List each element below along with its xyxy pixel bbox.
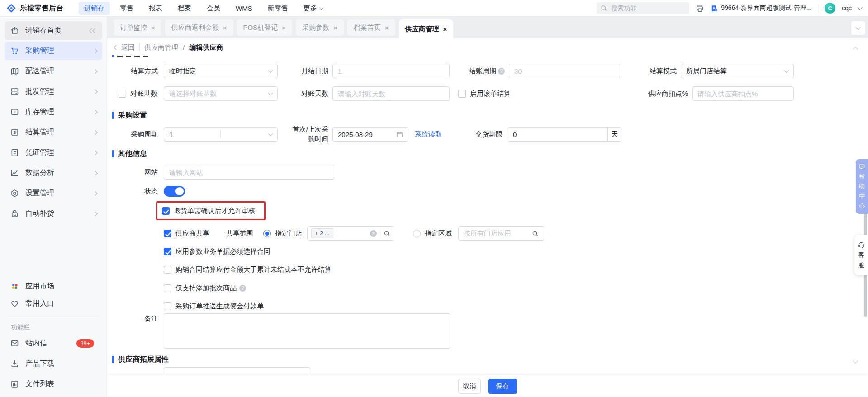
system-read-link[interactable]: 系统读取 xyxy=(415,127,442,142)
settlement-mode-select[interactable]: 所属门店结算 xyxy=(681,64,794,78)
printer-icon[interactable] xyxy=(696,4,704,13)
sidebar-item-downloads[interactable]: 产品下载 xyxy=(5,354,102,373)
monthly-date-input[interactable] xyxy=(332,64,450,78)
close-icon[interactable]: × xyxy=(223,24,227,31)
chevron-down-icon xyxy=(855,25,860,30)
close-icon[interactable]: × xyxy=(443,26,447,33)
nav-item-retail[interactable]: 零售 xyxy=(114,2,139,15)
nav-item-wms[interactable]: WMS xyxy=(230,2,258,14)
search-icon[interactable] xyxy=(384,230,390,237)
supplier-share-checkbox[interactable]: 供应商共享 xyxy=(164,226,209,241)
store-select[interactable]: + 2 ... xyxy=(307,226,394,241)
supplier-deduction-label: 供应商扣点% xyxy=(631,86,688,101)
supplier-deduction-input[interactable] xyxy=(692,86,794,101)
website-label: 网站 xyxy=(113,165,158,180)
batch-only-checkbox[interactable]: 仅支持添加批次商品 xyxy=(164,281,246,295)
website-input[interactable] xyxy=(164,165,334,180)
nav-item-new-retail[interactable]: 新零售 xyxy=(262,2,294,15)
info-icon[interactable] xyxy=(498,68,505,75)
delivery-days-label: 交货期限 xyxy=(458,127,503,142)
nav-item-inventory[interactable]: 进销存 xyxy=(79,2,110,15)
nav-item-reports[interactable]: 报表 xyxy=(143,2,168,15)
close-icon[interactable]: × xyxy=(385,24,389,31)
top-nav: 进销存 零售 报表 档案 会员 WMS 新零售 更多 xyxy=(79,2,328,15)
payment-push-checkbox[interactable]: 采购订单推送生成资金付款单 xyxy=(164,299,264,313)
input-placeholder: 按所有门店应用 xyxy=(464,229,511,238)
customer-service-tab[interactable]: 客 服 xyxy=(854,235,868,275)
sidebar-item-wholesale[interactable]: 批发管理 xyxy=(5,82,102,101)
close-icon[interactable]: × xyxy=(282,24,286,31)
billing-cycle-input[interactable] xyxy=(509,64,620,78)
breadcrumb-parent[interactable]: 供应商管理 xyxy=(144,43,178,52)
app-window: 乐檬零售后台 进销存 零售 报表 档案 会员 WMS 新零售 更多 99664-… xyxy=(0,0,868,397)
status-toggle[interactable] xyxy=(164,186,185,197)
sidebar-item-home[interactable]: 进销存首页 xyxy=(5,21,102,40)
contract-required-checkbox[interactable]: 应用参数业务单据必须选择合同 xyxy=(164,244,270,259)
sidebar-section-label: 功能栏 xyxy=(0,321,107,333)
sidebar-item-messages[interactable]: 站内信 99+ xyxy=(5,334,102,353)
sidebar-item-distribution[interactable]: 配送管理 xyxy=(5,62,102,80)
tab-purchase-params[interactable]: 采购参数× xyxy=(296,19,344,36)
tab-overflow-button[interactable] xyxy=(851,21,865,35)
region-input[interactable]: 按所有门店应用 xyxy=(458,226,544,241)
checkbox-label: 启用滚单结算 xyxy=(470,90,511,98)
user-menu-chevron-icon[interactable] xyxy=(857,5,862,10)
calendar-icon[interactable] xyxy=(396,131,403,138)
help-center-tab[interactable]: 帮 助 中 心 xyxy=(856,159,868,214)
save-button[interactable]: 保存 xyxy=(488,379,517,394)
selected-stores-tag[interactable]: + 2 ... xyxy=(311,228,333,238)
recon-base-checkbox[interactable]: 对账基数 xyxy=(119,86,157,101)
cancel-button[interactable]: 取消 xyxy=(458,379,481,394)
sidebar-collapse-icon[interactable] xyxy=(90,29,97,33)
tab-supplier-management[interactable]: 供应商管理× xyxy=(399,19,454,38)
scroll-down-icon[interactable] xyxy=(854,356,857,364)
search-icon[interactable] xyxy=(532,230,539,237)
tab-order-monitor[interactable]: 订单监控× xyxy=(114,19,161,36)
label-line2: 购时间 xyxy=(281,134,328,143)
settlement-method-select[interactable]: 临时指定 xyxy=(164,64,278,78)
clear-icon[interactable] xyxy=(370,230,377,237)
search-input[interactable] xyxy=(610,4,680,12)
sidebar-item-app-market[interactable]: 应用市场 xyxy=(5,278,102,294)
recon-base-select[interactable]: 请选择对账基数 xyxy=(164,86,278,101)
section-title: 供应商拓展属性 xyxy=(118,355,169,364)
global-search[interactable] xyxy=(597,2,689,14)
purchase-cycle-select[interactable]: 1 xyxy=(164,127,278,142)
section-title: 其他信息 xyxy=(118,149,147,159)
org-switcher[interactable]: 99664-新界面商超版测试-管理... xyxy=(711,4,811,12)
tab-archive-home[interactable]: 档案首页× xyxy=(347,19,395,36)
checkbox-icon xyxy=(458,90,466,98)
recon-days-input[interactable] xyxy=(332,86,450,101)
sidebar-item-voucher[interactable]: 凭证管理 xyxy=(5,143,102,162)
sidebar-item-favorites[interactable]: 常用入口 xyxy=(5,295,102,312)
avatar[interactable]: C xyxy=(825,3,835,14)
info-icon[interactable] xyxy=(239,285,246,292)
store-radio[interactable]: 指定门店 xyxy=(263,226,302,241)
first-purchase-date-input[interactable]: 2025-08-29 xyxy=(332,127,408,142)
remark-textarea[interactable] xyxy=(164,313,450,349)
checkbox-icon xyxy=(164,248,171,255)
nav-item-more[interactable]: 更多 xyxy=(298,2,328,15)
sidebar-item-analytics[interactable]: 数据分析 xyxy=(5,164,102,182)
clipped-extension-input[interactable] xyxy=(164,367,310,376)
sidebar-item-settings[interactable]: 设置管理 xyxy=(5,184,102,203)
close-icon[interactable]: × xyxy=(151,24,155,31)
return-confirm-checkbox[interactable] xyxy=(162,207,170,215)
sidebar-item-replenishment[interactable]: 自动补货 xyxy=(5,204,102,223)
close-icon[interactable]: × xyxy=(333,24,337,31)
tab-supplier-rebate[interactable]: 供应商返利金额× xyxy=(165,19,233,36)
sidebar-item-purchase[interactable]: 采购管理 xyxy=(5,42,102,60)
settle-limit-checkbox[interactable]: 购销合同结算应付金额大于累计未结成本不允许结算 xyxy=(164,262,332,277)
scroll-up-icon[interactable] xyxy=(854,45,857,53)
sidebar-item-settlement[interactable]: $ 结算管理 xyxy=(5,123,102,142)
delivery-days-input[interactable]: 0 天 xyxy=(508,127,621,142)
nav-item-archives[interactable]: 档案 xyxy=(172,2,197,15)
tab-pos-register[interactable]: POS机登记× xyxy=(237,19,292,36)
rolling-settlement-checkbox[interactable]: 启用滚单结算 xyxy=(458,86,511,101)
sidebar-item-inventory[interactable]: 库存管理 xyxy=(5,103,102,121)
logo-text: 乐檬零售后台 xyxy=(20,4,63,13)
nav-item-members[interactable]: 会员 xyxy=(201,2,226,15)
region-radio[interactable]: 指定区域 xyxy=(413,226,452,241)
sidebar-item-files[interactable]: 文件列表 xyxy=(5,375,102,393)
back-button[interactable]: 返回 xyxy=(114,43,135,52)
